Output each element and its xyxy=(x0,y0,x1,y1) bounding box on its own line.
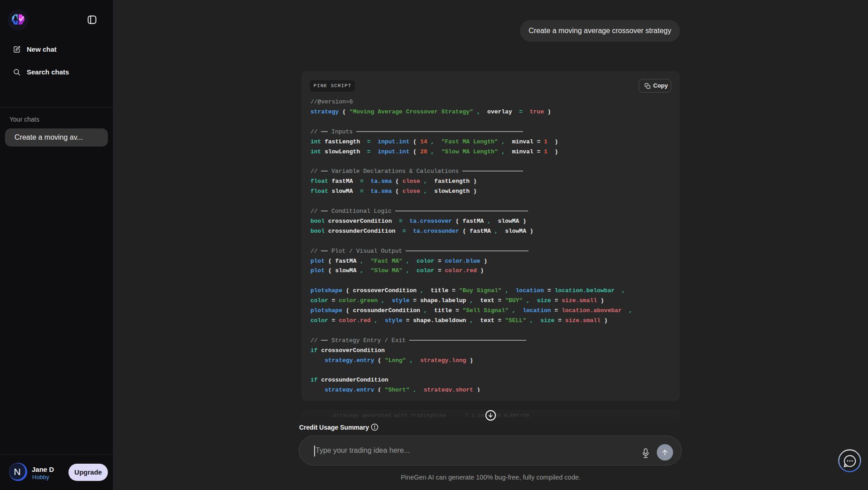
svg-text:N: N xyxy=(14,466,20,477)
